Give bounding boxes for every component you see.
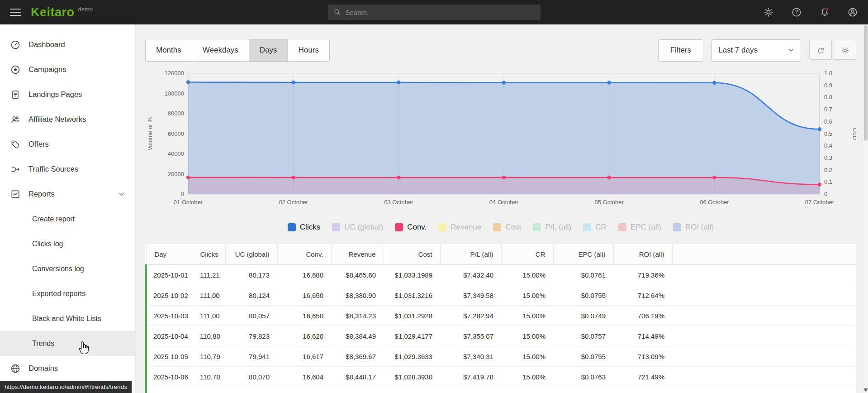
settings-gear-icon[interactable]: [763, 7, 774, 18]
table-cell-filler: [672, 367, 856, 387]
gear-icon: [841, 46, 849, 55]
legend-item[interactable]: Conv.: [395, 223, 427, 232]
table-cell: 15.00%: [501, 367, 553, 387]
svg-text:0.3: 0.3: [824, 154, 832, 161]
global-search[interactable]: [328, 5, 541, 20]
sidebar-item-domains[interactable]: Domains: [0, 356, 135, 381]
table-cell: $8,384.49: [331, 326, 384, 346]
help-icon[interactable]: ?: [791, 7, 802, 18]
table-cell: $597.0999: [384, 387, 440, 393]
table-cell: 16,620: [277, 326, 331, 346]
table-cell-filler: [672, 387, 856, 393]
sidebar-item-clicks-log[interactable]: Clicks log: [0, 231, 135, 256]
table-cell: $1,031.3216: [384, 285, 440, 306]
sidebar-item-offers[interactable]: Offers: [0, 132, 135, 157]
notifications-bell-icon[interactable]: [819, 7, 830, 18]
column-header[interactable]: P/L (all): [440, 244, 501, 265]
sidebar-item-affiliate-networks[interactable]: Affiliate Networks: [0, 107, 135, 132]
scrollbar-down-arrow[interactable]: [863, 388, 868, 392]
tab-days[interactable]: Days: [249, 39, 288, 62]
svg-text:USD: USD: [852, 128, 856, 140]
refresh-button[interactable]: [809, 41, 832, 60]
scrollbar-thumb[interactable]: [864, 25, 868, 141]
tab-weekdays[interactable]: Weekdays: [192, 39, 249, 62]
sidebar-item-landing-pages[interactable]: Landings Pages: [0, 82, 135, 107]
table-cell: $8,380.90: [331, 285, 384, 306]
sidebar-item-traffic-sources[interactable]: Traffic Sources: [0, 157, 135, 182]
chart-settings-button[interactable]: [834, 41, 856, 60]
tab-hours[interactable]: Hours: [288, 39, 330, 62]
legend-item[interactable]: Revenue: [438, 223, 481, 232]
svg-text:0.5: 0.5: [824, 130, 832, 137]
table-cell: $7,349.58: [440, 285, 501, 306]
sidebar-subitem-label: Create report: [32, 215, 75, 223]
legend-item[interactable]: EPC (all): [618, 223, 661, 232]
column-header[interactable]: Clicks: [200, 244, 225, 265]
column-header[interactable]: ROI (all): [613, 244, 672, 265]
sidebar-item-create-report[interactable]: Create report: [0, 206, 135, 231]
column-header[interactable]: Day: [146, 244, 200, 265]
sidebar-item-exported-reports[interactable]: Exported reports: [0, 281, 135, 306]
legend-swatch-icon: [493, 223, 501, 231]
table-row[interactable]: 2025-10-06110,7080,07016,604$8,448.17$1,…: [146, 367, 856, 387]
table-cell: 15.00%: [501, 346, 553, 367]
table-cell: 2025-10-04: [146, 326, 200, 346]
legend-swatch-icon: [583, 223, 591, 231]
legend-item[interactable]: Cost: [493, 223, 521, 232]
user-avatar-icon[interactable]: [847, 7, 858, 18]
page-scrollbar[interactable]: [863, 24, 868, 393]
sidebar-item-label: Traffic Sources: [28, 165, 78, 173]
svg-text:02 October: 02 October: [279, 199, 308, 206]
top-bar: Keitaro demo ?: [0, 0, 868, 24]
legend-item[interactable]: UC (global): [332, 223, 383, 232]
legend-item[interactable]: P/L (all): [533, 223, 571, 232]
svg-text:0.2: 0.2: [824, 167, 832, 173]
date-range-select[interactable]: Last 7 days: [711, 39, 801, 62]
table-row[interactable]: 2025-10-0764,6046,4579,690$4,903.04$597.…: [146, 387, 856, 393]
legend-item[interactable]: CR: [583, 223, 607, 232]
table-cell: $0.0755: [553, 346, 613, 367]
svg-text:01 October: 01 October: [174, 199, 203, 206]
sidebar-item-black-white-lists[interactable]: Black and White Lists: [0, 306, 135, 331]
trends-chart[interactable]: 02000040000600008000010000012000000.10.2…: [145, 70, 856, 215]
table-row[interactable]: 2025-10-03111,0080,05716,650$8,314.23$1,…: [146, 306, 856, 326]
svg-text:100000: 100000: [165, 90, 184, 97]
tab-months[interactable]: Months: [145, 39, 192, 62]
svg-text:60000: 60000: [168, 130, 184, 137]
filters-button[interactable]: Filters: [658, 39, 703, 62]
sidebar-item-campaigns[interactable]: Campaigns: [0, 57, 135, 82]
search-input[interactable]: [346, 9, 535, 16]
table-cell: $1,029.4177: [384, 326, 440, 346]
table-row[interactable]: 2025-10-02111,0080,12416,650$8,380.90$1,…: [146, 285, 856, 306]
svg-text:0: 0: [824, 191, 827, 197]
campaigns-icon: [10, 64, 21, 75]
table-cell: 80,057: [225, 306, 277, 326]
table-cell: 2025-10-05: [146, 346, 200, 367]
sidebar-item-dashboard[interactable]: Dashboard: [0, 32, 135, 57]
sidebar-item-reports[interactable]: Reports: [0, 182, 135, 206]
column-header[interactable]: Cost: [384, 244, 440, 265]
column-header[interactable]: EPC (all): [553, 244, 613, 265]
legend-item[interactable]: ROI (all): [673, 223, 714, 232]
sidebar-subitem-label: Clicks log: [32, 240, 63, 248]
column-header[interactable]: UC (global): [225, 244, 277, 265]
column-header[interactable]: CR: [501, 244, 553, 265]
traffic-sources-icon: [10, 164, 21, 175]
svg-text:?: ?: [795, 9, 798, 15]
legend-item[interactable]: Clicks: [288, 223, 320, 232]
table-row[interactable]: 2025-10-01111,2180,17316,680$8,465.60$1,…: [146, 265, 856, 285]
hamburger-menu-button[interactable]: [10, 9, 21, 16]
table-row[interactable]: 2025-10-05110,7979,94116,617$8,369.67$1,…: [146, 346, 856, 367]
sidebar-item-trends[interactable]: Trends: [0, 331, 135, 356]
table-cell: 714.49%: [613, 326, 672, 346]
column-header[interactable]: Conv.: [277, 244, 331, 265]
column-header[interactable]: Revenue: [331, 244, 384, 265]
notification-badge-dot: [826, 8, 829, 11]
table-cell: 16,680: [277, 265, 331, 285]
table-row[interactable]: 2025-10-04110,8079,82316,620$8,384.49$1,…: [146, 326, 856, 346]
legend-label: P/L (all): [545, 223, 571, 232]
affiliate-networks-icon: [10, 114, 21, 125]
sidebar-item-conversions-log[interactable]: Conversions log: [0, 256, 135, 281]
table-cell: $0.0755: [553, 285, 613, 306]
table-cell: $0.0761: [553, 265, 613, 285]
